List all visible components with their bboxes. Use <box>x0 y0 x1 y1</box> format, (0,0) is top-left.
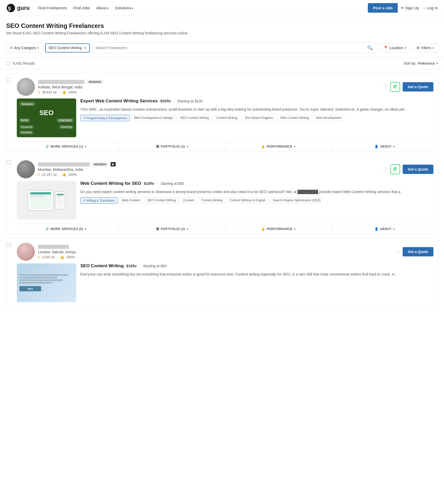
hero-section: SEO Content Writing Freelancers We found… <box>0 16 444 38</box>
filters-chevron-icon: ▾ <box>433 47 434 49</box>
freelancer-location: Mumbai, Maharashtra, India <box>38 167 380 172</box>
search-input-container: 🔍 <box>92 42 377 53</box>
tag[interactable]: Web Development <box>313 115 345 121</box>
search-tag-container: SEO Content Writing ✕ <box>45 43 90 52</box>
service-image <box>17 181 76 220</box>
rating: 100% <box>66 255 75 259</box>
get-quote-button[interactable]: Get a Quote <box>403 165 433 174</box>
nav-find-jobs[interactable]: Find Jobs <box>73 6 90 10</box>
signup-button[interactable]: ✏ Sign Up <box>401 6 419 10</box>
freelancer-card: MEMBER Kolkata, West Bengal, India $ 38,… <box>6 73 438 152</box>
tag[interactable]: SEO Content Writing <box>177 115 212 121</box>
member-badge: MEMBER <box>87 80 103 84</box>
card-footer: 🔗 MORE SERVICES (1) ▾ 🖼 PORTFOLIO (2) ▾ … <box>13 141 438 151</box>
tag[interactable]: Content <box>180 197 197 204</box>
sort-chevron-icon: ▾ <box>437 62 438 65</box>
logo-text: guru <box>17 5 30 11</box>
category-dropdown[interactable]: ≡ Any Category ▾ <box>6 43 43 53</box>
search-input[interactable] <box>96 46 366 50</box>
card-select-checkbox[interactable] <box>6 78 11 82</box>
chevron-down-icon: ▾ <box>294 145 295 148</box>
category-icon: ≡ <box>10 45 12 50</box>
get-quote-button[interactable]: Get a Quote <box>403 247 433 256</box>
performance-button[interactable]: 👍 PERFORMANCE ▾ <box>225 142 332 151</box>
more-services-button[interactable]: 🔗 MORE SERVICES (1) ▾ <box>13 142 119 151</box>
tag[interactable]: Web Content Writing <box>277 115 311 121</box>
logo[interactable]: g guru <box>6 3 30 13</box>
freelancer-name-blurred <box>38 162 90 166</box>
service-title[interactable]: Expert Web Content Writing Services <box>80 98 158 104</box>
link-icon: 🔗 <box>45 145 49 148</box>
about-button[interactable]: 👤 ABOUT ▾ <box>332 224 438 234</box>
chevron-down-icon: ▾ <box>85 228 86 231</box>
card-info: MEMBER Kolkata, West Bengal, India $ 38,… <box>38 80 380 94</box>
get-quote-button[interactable]: Get a Quote <box>403 82 433 91</box>
service-description: Everyone can write something but not eve… <box>80 272 433 277</box>
chevron-down-icon: ▾ <box>187 228 188 231</box>
card-header: MEMBER ▶ Mumbai, Maharashtra, India $ 12… <box>13 156 438 181</box>
tag[interactable]: Web Content <box>119 197 143 204</box>
sort-by-value[interactable]: Relevance <box>418 61 435 65</box>
portfolio-button[interactable]: 🖼 PORTFOLIO (2) ▾ <box>119 142 225 151</box>
card-actions: ♡ Get a Quote <box>395 247 433 256</box>
more-services-label: MORE SERVICES (0) <box>51 227 83 231</box>
favorite-button[interactable]: ♡ <box>383 166 388 172</box>
freelancer-name-blurred <box>38 80 84 84</box>
login-icon: → <box>422 6 426 10</box>
tag[interactable]: SEO Content Writing <box>144 197 179 204</box>
favorite-button[interactable]: ♡ <box>383 84 388 90</box>
card-checkbox-3 <box>6 239 13 247</box>
location-dropdown[interactable]: 📍 Location ▾ <box>380 43 410 52</box>
card-select-checkbox[interactable] <box>6 243 11 247</box>
login-button[interactable]: → Log In <box>422 6 438 10</box>
search-button[interactable]: 🔍 <box>366 45 374 51</box>
service-title[interactable]: SEO Content Writing <box>80 263 124 269</box>
service-section: Web Content Writing for SEO $10/hr · Sta… <box>13 181 438 224</box>
service-image: Blog <box>17 263 76 302</box>
post-job-button[interactable]: Post a Job <box>368 3 398 13</box>
chevron-down-icon: ▾ <box>85 145 86 148</box>
favorite-button[interactable]: ♡ <box>395 249 400 255</box>
tag-primary[interactable]: ≡ Writing & Translation <box>80 197 118 204</box>
whatsapp-button[interactable]: ✆ <box>390 164 400 174</box>
tag[interactable]: Text Search Engines <box>242 115 276 121</box>
freelancer-name-blurred <box>38 245 69 249</box>
more-services-label: MORE SERVICES (1) <box>51 145 83 148</box>
dollar-icon: $ <box>38 90 40 94</box>
nav-find-freelancers[interactable]: Find Freelancers <box>38 6 67 10</box>
tag[interactable]: Search Engine Optimization (SEO) <box>270 197 323 204</box>
service-tags: ≡ Writing & Translation Web Content SEO … <box>80 197 433 204</box>
tag-primary[interactable]: ≡ Programming & Development <box>80 115 130 121</box>
select-all-checkbox[interactable] <box>6 61 10 65</box>
card-stats: $ 12,327 /yr · 👍 100% <box>38 173 380 177</box>
more-services-button[interactable]: 🔗 MORE SERVICES (0) ▾ <box>13 224 119 234</box>
service-content: Web Content Writing for SEO $10/hr · Sta… <box>80 181 433 220</box>
service-content: SEO Content Writing $15/hr · Starting at… <box>80 263 433 302</box>
card-info: London, Nairobi, Kenya $ 2,315 /yr · 👍 1… <box>38 245 392 259</box>
header-actions: Post a Job ✏ Sign Up → Log In <box>368 3 438 13</box>
service-title[interactable]: Web Content Writing for SEO <box>80 181 141 186</box>
about-button[interactable]: 👤 ABOUT ▾ <box>332 142 438 151</box>
tag[interactable]: Web Development & Design <box>131 115 176 121</box>
service-section: Analysis SEO BLOG CONTENT Keywords Marke… <box>13 98 438 141</box>
person-icon: 👤 <box>375 227 379 231</box>
tag[interactable]: Content Writing <box>213 115 240 121</box>
list-icon: ≡ <box>83 198 85 202</box>
portfolio-button[interactable]: 🖼 PORTFOLIO (2) ▾ <box>119 224 225 234</box>
results-count: 6,431 Results <box>13 61 35 65</box>
whatsapp-button[interactable]: ✆ <box>390 82 400 92</box>
service-pricing: $10/hr · Starting at $50 <box>144 181 184 186</box>
rating: 100% <box>68 173 77 177</box>
card-select-checkbox[interactable] <box>6 160 11 164</box>
tag[interactable]: Content Writing In English <box>227 197 269 204</box>
performance-button[interactable]: 👍 PERFORMANCE ▾ <box>225 224 332 234</box>
tag[interactable]: Content Writing <box>198 197 225 204</box>
card-header: London, Nairobi, Kenya $ 2,315 /yr · 👍 1… <box>13 239 438 263</box>
nav-solutions[interactable]: Solutions <box>115 6 133 10</box>
search-tag-close[interactable]: ✕ <box>83 45 87 50</box>
person-icon: 👤 <box>375 145 379 148</box>
card-actions: ♡ ✆ Get a Quote <box>383 164 433 174</box>
filters-dropdown[interactable]: ⚙ Filters ▾ <box>412 43 438 52</box>
portfolio-label: PORTFOLIO (2) <box>161 227 185 231</box>
nav-about[interactable]: About <box>96 6 108 10</box>
